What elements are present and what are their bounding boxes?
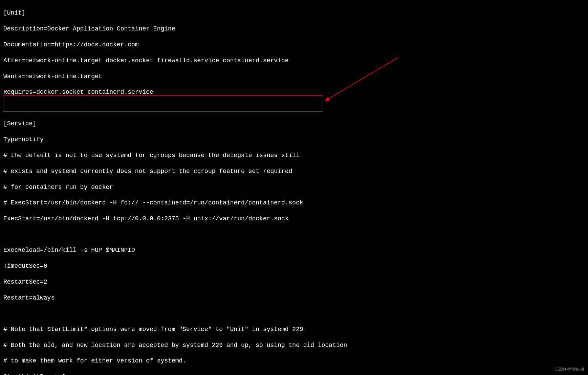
config-line: TimeoutSec=0 xyxy=(3,262,585,270)
config-line: Type=notify xyxy=(3,136,585,144)
config-line: # ExecStart=/usr/bin/dockerd -H fd:// --… xyxy=(3,199,585,207)
config-line: # for containers run by docker xyxy=(3,183,585,191)
config-line: # Both the old, and new location are acc… xyxy=(3,341,585,349)
config-line: # exists and systemd currently does not … xyxy=(3,168,585,175)
terminal-output: [Unit] Description=Docker Application Co… xyxy=(3,1,585,375)
config-line: ExecReload=/bin/kill -s HUP $MAINPID xyxy=(3,246,585,254)
config-line: StartLimitBurst=3 xyxy=(3,373,585,375)
config-line: Documentation=https://docs.docker.com xyxy=(3,41,585,49)
config-line: RestartSec=2 xyxy=(3,278,585,286)
config-line: [Service] xyxy=(3,120,585,128)
config-line: ExecStart=/usr/bin/dockerd -H tcp://0.0.… xyxy=(3,215,585,223)
config-line: Description=Docker Application Container… xyxy=(3,25,585,33)
config-line: # the default is not to use systemd for … xyxy=(3,152,585,159)
watermark-text: CSDN @NNuuII xyxy=(554,367,584,372)
config-line: Wants=network-online.target xyxy=(3,73,585,81)
config-line: Restart=always xyxy=(3,294,585,302)
config-line: After=network-online.target docker.socke… xyxy=(3,57,585,65)
config-line xyxy=(3,310,585,317)
config-line xyxy=(3,104,585,112)
config-line: # to make them work for either version o… xyxy=(3,357,585,365)
config-line: Requires=docker.socket containerd.servic… xyxy=(3,88,585,96)
config-line xyxy=(3,231,585,239)
config-line: [Unit] xyxy=(3,9,585,17)
config-line: # Note that StartLimit* options were mov… xyxy=(3,326,585,333)
